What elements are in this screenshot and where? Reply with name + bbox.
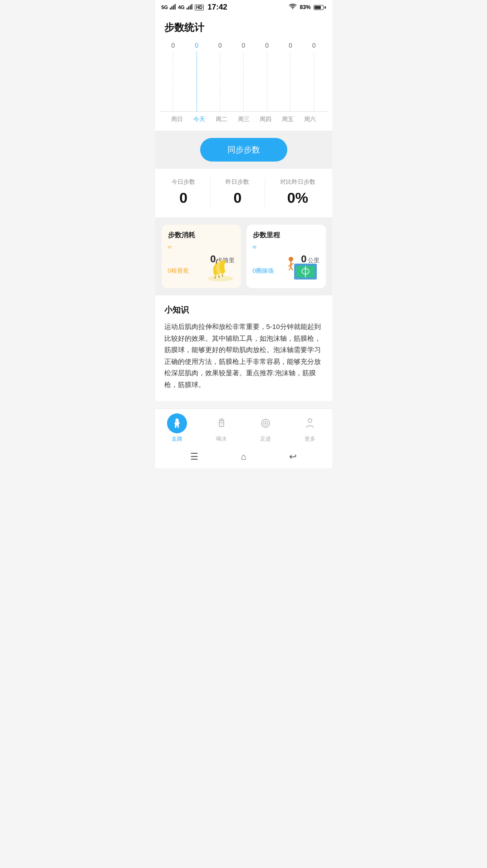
chart-label-2: 周二: [210, 115, 232, 123]
signal-bars-2: [187, 4, 193, 11]
status-bar: 5G 4G HD 17:42: [155, 0, 332, 14]
stat-today-label: 今日步数: [172, 178, 195, 186]
svg-rect-4: [187, 8, 188, 10]
chart-label-1: 今天: [188, 115, 210, 123]
nav-item-walk[interactable]: 走路: [163, 413, 191, 443]
page-title-section: 步数统计: [155, 14, 332, 39]
wifi-icon: [289, 4, 297, 11]
chart-bar-3: [232, 52, 256, 111]
status-time: 17:42: [207, 3, 227, 12]
calories-card: 步数消耗 ≈ 0 卡路里 0根香蕉: [162, 225, 241, 288]
nav-icon-footprint: [256, 413, 275, 433]
system-nav: ☰ ⌂ ↩: [155, 446, 332, 468]
status-network: 5G 4G HD 17:42: [162, 3, 227, 12]
chart-col-0: 0: [162, 39, 185, 111]
svg-point-26: [265, 422, 266, 424]
chart-value-5: 0: [289, 39, 292, 49]
svg-rect-23: [220, 419, 223, 421]
knowledge-title: 小知识: [164, 304, 323, 315]
nav-label-water: 喝水: [216, 435, 227, 443]
distance-card: 步数里程 ≈ 0 公里 0圈操场: [246, 225, 326, 288]
chart-value-0: 0: [171, 39, 175, 49]
knowledge-section: 小知识 运动后肌肉拉伸和放松非常重要，5-10分钟就能起到比较好的效果。其中辅助…: [155, 295, 332, 401]
field-image: [287, 255, 321, 284]
nav-item-more[interactable]: 更多: [296, 413, 324, 443]
calories-card-title: 步数消耗: [168, 231, 235, 240]
nav-label-walk: 走路: [172, 435, 182, 443]
stat-divider-1: [210, 178, 211, 206]
stat-yesterday: 昨日步数 0: [226, 178, 249, 206]
chart-label-5: 周五: [277, 115, 299, 123]
nav-item-footprint[interactable]: 足迹: [252, 413, 279, 443]
status-indicators: 83%: [289, 4, 325, 11]
nav-label-footprint: 足迹: [260, 435, 271, 443]
stats-section: 今日步数 0 昨日步数 0 对比昨日步数 0%: [155, 169, 332, 217]
stat-compare: 对比昨日步数 0%: [280, 178, 315, 206]
svg-point-8: [208, 276, 233, 281]
chart-bar-2: [208, 52, 232, 111]
svg-rect-7: [191, 4, 192, 10]
stat-yesterday-value: 0: [234, 190, 242, 206]
stat-divider-2: [265, 178, 265, 206]
chart-bar-5: [279, 52, 302, 111]
svg-rect-3: [175, 4, 176, 10]
chart-label-0: 周日: [166, 115, 188, 123]
system-menu-icon[interactable]: ☰: [190, 451, 198, 462]
chart-col-6: 0: [302, 39, 326, 111]
svg-rect-0: [170, 8, 171, 10]
cards-section: 步数消耗 ≈ 0 卡路里 0根香蕉: [155, 217, 332, 295]
knowledge-text: 运动后肌肉拉伸和放松非常重要，5-10分钟就能起到比较好的效果。其中辅助工具，如…: [164, 321, 323, 390]
chart-bar-6: [302, 52, 326, 111]
nav-item-water[interactable]: 喝水: [208, 413, 235, 443]
chart-col-4: 0: [255, 39, 279, 111]
stat-today-value: 0: [179, 190, 187, 206]
stat-today: 今日步数 0: [172, 178, 195, 206]
svg-rect-5: [188, 6, 189, 10]
svg-rect-6: [190, 5, 191, 10]
chart-labels: 周日 今天 周二 周三 周四 周五 周六: [160, 112, 328, 123]
network-5g: 5G: [162, 5, 168, 10]
nav-icon-water: [212, 413, 231, 433]
chart-label-6: 周六: [299, 115, 321, 123]
nav-label-more: 更多: [305, 435, 315, 443]
distance-card-title: 步数里程: [253, 231, 320, 240]
chart-value-3: 0: [242, 39, 246, 49]
svg-point-27: [308, 419, 312, 422]
nav-icon-more: [300, 413, 320, 433]
hd-badge: HD: [195, 5, 204, 10]
svg-rect-2: [173, 5, 174, 10]
chart-col-2: 0: [208, 39, 232, 111]
svg-rect-1: [172, 6, 173, 10]
stat-compare-value: 0%: [287, 190, 308, 206]
step-chart: 0 0 0 0 0: [160, 39, 328, 112]
calories-approx: ≈: [168, 243, 172, 251]
chart-value-6: 0: [312, 39, 316, 49]
battery-percent: 83%: [300, 4, 310, 10]
chart-col-3: 0: [232, 39, 256, 111]
svg-line-18: [291, 267, 293, 270]
chart-section: 0 0 0 0 0: [155, 39, 332, 131]
chart-bar-1: [185, 52, 208, 111]
bottom-nav: 走路 喝水 足迹: [155, 408, 332, 446]
nav-icon-walk: [167, 413, 187, 433]
chart-col-5: 0: [279, 39, 302, 111]
chart-value-2: 0: [218, 39, 222, 49]
signal-bars: [170, 4, 176, 11]
system-back-icon[interactable]: ↩: [289, 451, 297, 462]
chart-value-4: 0: [265, 39, 269, 49]
banana-image: [205, 257, 236, 284]
stat-yesterday-label: 昨日步数: [226, 178, 249, 186]
network-4g: 4G: [178, 5, 185, 10]
distance-approx: ≈: [253, 243, 257, 251]
battery-icon: [314, 5, 326, 10]
page-title: 步数统计: [164, 21, 323, 34]
chart-value-1: 0: [195, 39, 198, 49]
system-home-icon[interactable]: ⌂: [241, 451, 246, 462]
svg-point-20: [176, 419, 178, 422]
sync-button[interactable]: 同步步数: [200, 138, 287, 162]
svg-point-13: [289, 257, 293, 261]
chart-label-3: 周三: [232, 115, 255, 123]
chart-label-4: 周四: [255, 115, 277, 123]
chart-bar-0: [162, 52, 185, 111]
stat-compare-label: 对比昨日步数: [280, 178, 315, 186]
